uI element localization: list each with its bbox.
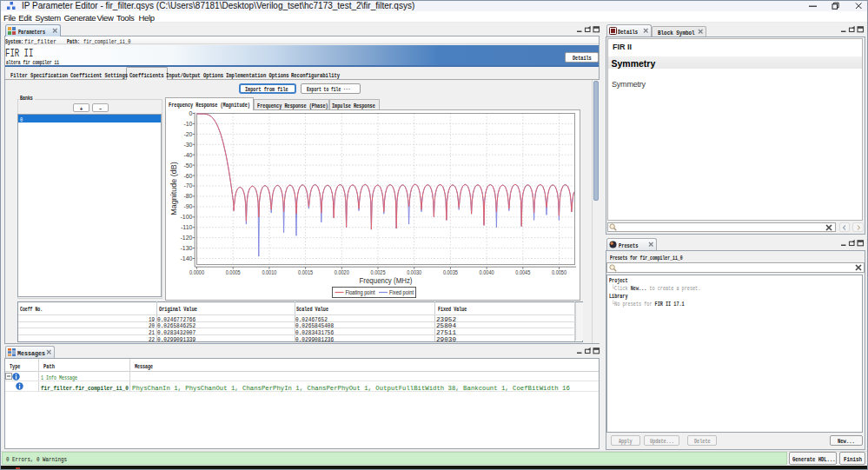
svg-text:0.0000: 0.0000 <box>189 269 204 275</box>
svg-text:-40: -40 <box>183 152 192 158</box>
svg-text:-90: -90 <box>183 203 192 209</box>
svg-text:Floating point: Floating point <box>346 288 376 296</box>
svg-text:0.0035: 0.0035 <box>443 269 458 275</box>
svg-text:0.0050: 0.0050 <box>552 269 567 275</box>
svg-text:-80: -80 <box>183 193 192 199</box>
svg-text:Magnitude (dB): Magnitude (dB) <box>169 162 178 215</box>
svg-text:-120: -120 <box>180 235 192 241</box>
svg-text:0.0045: 0.0045 <box>515 269 530 275</box>
svg-text:-10: -10 <box>183 121 192 127</box>
svg-text:-20: -20 <box>183 131 192 137</box>
svg-text:0.0020: 0.0020 <box>335 269 349 275</box>
svg-text:-140: -140 <box>180 255 192 261</box>
svg-text:-100: -100 <box>180 214 192 220</box>
svg-text:-110: -110 <box>181 224 193 230</box>
svg-text:0.0030: 0.0030 <box>407 269 421 275</box>
svg-text:0: 0 <box>189 110 193 116</box>
svg-text:Fixed point: Fixed point <box>389 288 414 296</box>
svg-text:-70: -70 <box>183 182 192 189</box>
svg-text:-50: -50 <box>183 162 192 169</box>
svg-text:0.0040: 0.0040 <box>480 269 494 275</box>
svg-text:-60: -60 <box>183 173 192 179</box>
svg-text:-130: -130 <box>180 245 192 251</box>
svg-text:0.0015: 0.0015 <box>298 269 313 275</box>
svg-text:0.0025: 0.0025 <box>371 269 386 275</box>
svg-text:0.0005: 0.0005 <box>226 269 241 275</box>
svg-text:-30: -30 <box>183 142 192 148</box>
svg-text:Frequency (MHz): Frequency (MHz) <box>360 275 413 285</box>
svg-text:0.0010: 0.0010 <box>262 269 276 275</box>
